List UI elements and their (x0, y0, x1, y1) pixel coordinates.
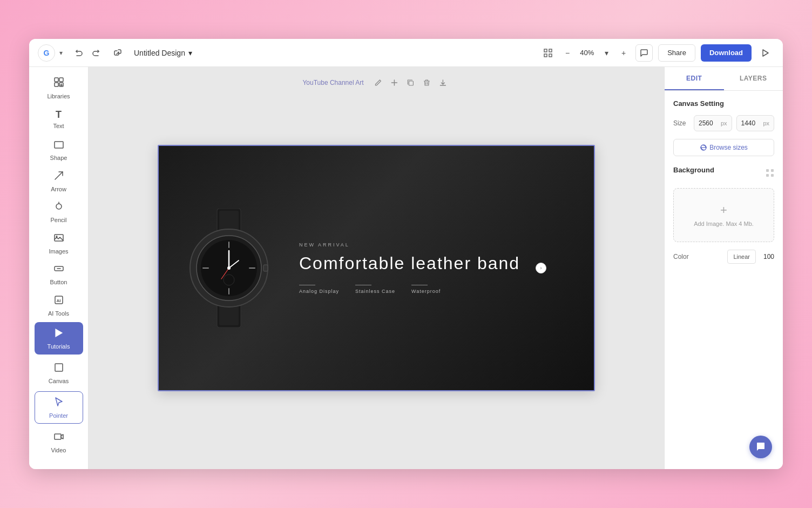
canvas-label: Canvas (49, 378, 69, 384)
frame-add-button[interactable] (388, 76, 402, 90)
browse-sizes-label: Browse sizes (709, 144, 748, 151)
link-icon-button[interactable] (110, 45, 125, 61)
frame-edit-button[interactable] (371, 76, 385, 90)
sidebar-item-libraries[interactable]: Libraries (35, 73, 83, 103)
frame-download-icon (439, 79, 447, 86)
sidebar-item-tutorials[interactable]: Tutorials (35, 322, 83, 355)
pointer-label: Pointer (49, 412, 68, 419)
sidebar-item-video[interactable]: Video (35, 426, 83, 458)
shape-icon (53, 139, 64, 152)
logo-icon: G (44, 49, 50, 57)
width-unit: px (721, 120, 727, 126)
redo-button[interactable] (89, 45, 104, 61)
share-button[interactable]: Share (658, 44, 695, 62)
svg-rect-46 (771, 169, 774, 172)
libraries-label: Libraries (47, 93, 70, 99)
image-upload-area[interactable]: + Add Image. Max 4 Mb. (673, 188, 774, 242)
frame-download-button[interactable] (436, 76, 450, 90)
feature-waterproof: Waterproof (411, 285, 441, 294)
header-left: G ▾ (38, 44, 197, 62)
frame-delete-button[interactable] (420, 76, 434, 90)
svg-rect-41 (263, 265, 268, 271)
feature-waterproof-label: Waterproof (411, 289, 441, 294)
svg-rect-24 (409, 81, 414, 85)
frame-copy-button[interactable] (404, 76, 418, 90)
feature-analog: Analog Display (299, 285, 339, 294)
sidebar-item-text[interactable]: T Text (35, 105, 83, 134)
sidebar-item-arrow[interactable]: Arrow (35, 167, 83, 196)
tab-edit[interactable]: EDIT (665, 67, 724, 90)
sidebar-item-button[interactable]: Button (35, 260, 83, 289)
svg-rect-48 (771, 174, 774, 177)
link-icon (113, 49, 122, 57)
watch-image (180, 209, 278, 327)
panel-content: Canvas Setting Size 2560 px 1440 px (665, 91, 783, 469)
svg-rect-1 (549, 49, 552, 52)
zoom-plus-icon: + (621, 49, 626, 57)
svg-rect-20 (55, 364, 63, 371)
canvas-setting-section: Canvas Setting Size 2560 px 1440 px (673, 99, 774, 156)
zoom-minus-icon: − (565, 49, 570, 57)
canvas-area[interactable]: YouTube Channel Art (89, 67, 664, 469)
button-label: Button (50, 279, 67, 285)
chat-bubble-button[interactable] (749, 436, 772, 458)
color-label: Color (673, 253, 689, 260)
download-button[interactable]: Download (701, 44, 752, 62)
sidebar-item-pointer[interactable]: Pointer (35, 391, 83, 424)
panel-tabs: EDIT LAYERS (665, 67, 783, 91)
browse-sizes-button[interactable]: Browse sizes (673, 139, 774, 156)
button-icon (53, 263, 64, 277)
right-panel: EDIT LAYERS Canvas Setting Size 2560 px … (664, 67, 783, 469)
browse-sizes-icon (700, 144, 707, 151)
doc-title-chevron: ▾ (188, 49, 192, 57)
zoom-chevron-button[interactable]: ▾ (599, 45, 614, 61)
sidebar-item-ai-tools[interactable]: AI AI Tools (35, 291, 83, 320)
tab-layers[interactable]: LAYERS (724, 67, 783, 90)
text-icon: T (56, 109, 62, 121)
sidebar-item-canvas[interactable]: Canvas (35, 357, 83, 389)
svg-rect-47 (766, 174, 769, 177)
feature-line-3 (411, 285, 428, 285)
feature-analog-label: Analog Display (299, 289, 339, 294)
design-canvas[interactable]: NEW ARRIVAL Comfortable leather band Ana… (158, 145, 595, 391)
width-input[interactable]: 2560 px (694, 115, 732, 131)
logo-button[interactable]: G (38, 44, 55, 62)
undo-button[interactable] (71, 45, 86, 61)
panel-collapse-arrow[interactable]: › (536, 263, 546, 273)
new-arrival-label: NEW ARRIVAL (299, 242, 572, 248)
main-content: Libraries T Text Shape (29, 67, 783, 469)
shape-label: Shape (50, 155, 67, 161)
pencil-icon (53, 201, 64, 215)
left-sidebar: Libraries T Text Shape (29, 67, 89, 469)
watch-title: Comfortable leather band (299, 253, 572, 273)
play-icon (761, 49, 770, 57)
canvas-setting-title: Canvas Setting (673, 99, 774, 108)
grid-settings-icon (766, 169, 774, 177)
play-button[interactable] (757, 44, 774, 62)
frame-copy-icon (407, 79, 415, 86)
sidebar-item-shape[interactable]: Shape (35, 136, 83, 165)
linear-button[interactable]: Linear (727, 250, 756, 264)
zoom-out-button[interactable]: − (560, 45, 575, 61)
zoom-value: 40% (577, 49, 597, 57)
arrow-icon (53, 170, 64, 184)
frame-icon-button[interactable] (540, 45, 556, 61)
logo-chevron[interactable]: ▾ (59, 49, 63, 57)
pencil-label: Pencil (51, 217, 67, 223)
comment-button[interactable] (635, 44, 653, 62)
sidebar-item-pencil[interactable]: Pencil (35, 198, 83, 227)
height-unit: px (763, 120, 769, 126)
doc-title[interactable]: Untitled Design ▾ (130, 46, 197, 59)
watch-svg (180, 209, 278, 327)
frame-icon (543, 48, 553, 58)
upload-text: Add Image. Max 4 Mb. (694, 220, 754, 227)
zoom-in-button[interactable]: + (616, 45, 631, 61)
feature-line-2 (355, 285, 371, 285)
pointer-icon (53, 397, 64, 410)
frame-label: YouTube Channel Art (302, 79, 363, 86)
sidebar-item-images[interactable]: Images (35, 229, 83, 258)
height-input[interactable]: 1440 px (736, 115, 775, 131)
zoom-control: − 40% ▾ + (560, 45, 631, 61)
background-title: Background (673, 166, 714, 174)
grid-icon[interactable] (766, 169, 774, 179)
